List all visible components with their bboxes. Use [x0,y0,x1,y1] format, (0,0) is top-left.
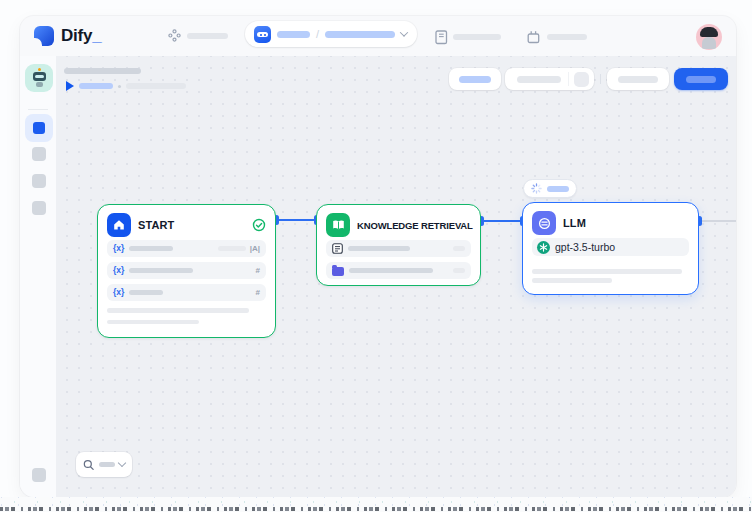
edge-llm-outgoing [701,220,736,222]
chevron-down-icon[interactable] [400,28,408,36]
description-placeholder [107,320,199,325]
value-placeholder [218,246,246,251]
node-header: START [98,205,275,240]
header: Dify_ / [20,16,736,56]
status-label-placeholder [547,186,569,192]
app-robot-icon [254,26,271,43]
llm-model-icon [532,211,556,235]
background-artifact-strip [0,497,752,512]
dot-separator [118,85,121,88]
sidebar-item-placeholder-2[interactable] [32,174,46,188]
dataset-name-placeholder [348,246,410,251]
toolbar-button-publish[interactable] [674,68,728,90]
node-title: KNOWLEDGE RETRIEVAL [357,220,473,231]
chevron-down-icon[interactable] [118,458,126,466]
variable-name-placeholder [129,290,163,295]
toolbar-divider [600,74,601,84]
breadcrumb-separator: / [316,28,319,40]
robot-body [36,82,43,87]
toolbar-button-features[interactable] [449,68,501,90]
play-icon [66,81,74,91]
type-number-badge: # [256,267,260,275]
screen: Dify_ / [0,0,752,512]
toolbar-button-preview[interactable] [607,68,669,90]
toolbar-button-run-group[interactable] [505,68,594,90]
brand-caret: _ [92,26,101,45]
edge-knowledge-to-llm [481,220,522,222]
variable-icon: {x} [113,244,124,253]
workflow-icon [33,122,45,134]
run-meta-placeholder [126,83,186,89]
user-avatar[interactable] [696,24,722,50]
dataset-row [326,262,471,279]
openai-icon [537,241,550,254]
dataset-doc-icon [332,243,343,254]
type-string-badge: |A| [250,245,260,253]
sidebar-item-placeholder-1[interactable] [32,147,46,161]
node-knowledge-retrieval[interactable]: KNOWLEDGE RETRIEVAL [316,204,481,286]
node-description [523,269,698,283]
meta-placeholder [453,246,465,251]
workflow-canvas[interactable]: START {x} |A| {x} # {x} # [56,56,736,497]
node-title: LLM [563,217,689,229]
app-name-placeholder [277,31,310,38]
spinner-icon [531,183,542,194]
robot-antenna [38,68,41,71]
explore-icon[interactable] [168,29,181,42]
robot-head [33,72,46,81]
variable-icon: {x} [113,288,124,297]
artifact-text-dashes [0,507,752,511]
docs-icon[interactable] [435,30,448,45]
variable-name-placeholder [129,268,193,273]
variable-row: {x} # [107,262,266,279]
app-switcher[interactable]: / [245,21,417,47]
plugins-icon[interactable] [527,30,541,44]
description-placeholder [532,269,682,274]
explore-nav-placeholder[interactable] [187,33,228,39]
segment-divider [568,72,569,86]
run-status-row[interactable] [66,80,186,92]
description-placeholder [107,308,249,313]
workflow-title-placeholder [64,68,141,74]
edge-start-to-knowledge [278,219,316,221]
dify-logo-icon [34,26,54,46]
button-label-placeholder [686,76,716,83]
node-llm[interactable]: LLM gpt-3.5-turbo [522,202,699,295]
dify-logo-text: Dify_ [61,24,102,48]
model-selector[interactable]: gpt-3.5-turbo [532,238,689,256]
current-app-icon[interactable] [25,64,53,92]
sidebar [20,56,56,497]
zoom-control[interactable] [76,452,132,477]
node-start[interactable]: START {x} |A| {x} # {x} # [97,204,276,338]
zoom-level-placeholder [99,462,115,467]
docs-nav-placeholder[interactable] [453,34,501,40]
variable-name-placeholder [129,246,173,251]
node-running-badge [523,179,577,198]
home-icon [107,213,131,237]
variable-row: {x} # [107,284,266,301]
description-placeholder [532,278,612,283]
segment-icon-placeholder[interactable] [574,72,589,87]
run-label-placeholder [79,83,113,89]
model-name: gpt-3.5-turbo [555,241,615,253]
dataset-row [326,240,471,257]
plugins-nav-placeholder[interactable] [547,34,587,40]
button-label-placeholder [517,76,561,83]
type-number-badge: # [256,289,260,297]
sidebar-divider [28,109,48,110]
variable-row: {x} |A| [107,240,266,257]
workflow-name-placeholder [325,31,395,38]
book-open-icon [326,213,350,237]
variable-icon: {x} [113,266,124,275]
folder-icon [332,267,344,276]
dataset-name-placeholder [349,268,433,273]
sidebar-item-workflow-selected[interactable] [25,114,53,142]
search-zoom-icon [83,459,95,471]
sidebar-item-placeholder-3[interactable] [32,201,46,215]
button-label-placeholder [618,76,658,83]
sidebar-item-placeholder-bottom[interactable] [32,468,46,482]
meta-placeholder [453,268,465,273]
button-label-placeholder [459,76,491,83]
node-header: KNOWLEDGE RETRIEVAL [317,205,480,240]
brand-name: Dify [61,26,92,45]
